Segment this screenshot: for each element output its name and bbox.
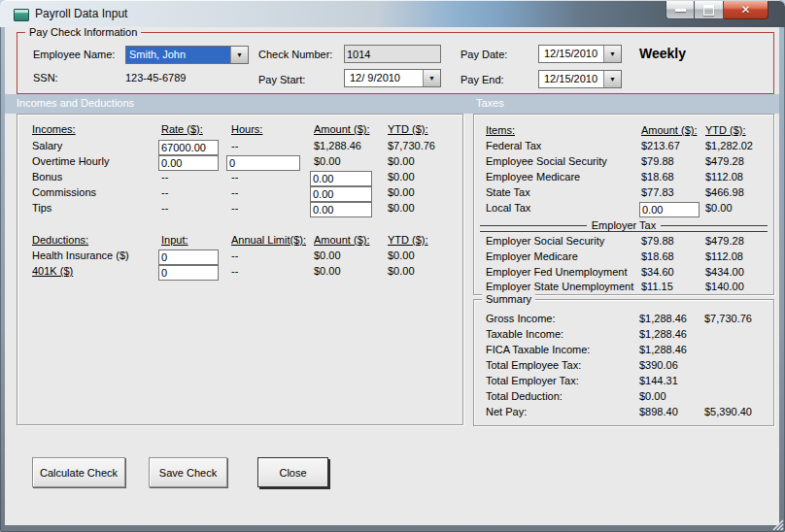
summary-value: $1,288.46 — [639, 344, 687, 355]
income-row-overtime: Overtime Hourly $0.00 $0.00 — [17, 155, 462, 171]
deduction-401k-link[interactable]: 401K ($) — [32, 265, 73, 277]
pay-start-label: Pay Start: — [258, 74, 305, 85]
summary-row-fica-taxable-income: FICA Taxable Income: $1,288.46 — [474, 344, 773, 359]
deduction-ytd: $0.00 — [388, 249, 415, 261]
tax-amount: $79.88 — [641, 235, 674, 247]
incomes-col-amount: Amount ($): — [314, 123, 369, 135]
employer-tax-divider: Employer Tax — [480, 219, 768, 231]
overtime-rate-input[interactable] — [158, 155, 219, 171]
deduction-row-401k: 401K ($) -- $0.00 $0.00 — [17, 265, 462, 281]
tax-amount: $79.88 — [641, 155, 674, 167]
tax-row-employer-medicare: Employer Medicare $18.68 $112.08 — [474, 250, 773, 266]
deductions-col-input: Input: — [161, 234, 188, 246]
tax-ytd: $0.00 — [705, 202, 733, 214]
tax-ytd: $479.28 — [705, 235, 744, 247]
close-form-button[interactable]: Close — [257, 457, 328, 487]
pay-date-dropdown-icon[interactable]: ▼ — [603, 46, 621, 62]
deduction-annual-limit: -- — [231, 265, 238, 277]
check-number-label: Check Number: — [258, 49, 332, 60]
pay-date-value: 12/15/2010 — [539, 46, 603, 62]
income-hours: -- — [231, 171, 238, 183]
income-hours: -- — [231, 186, 238, 198]
pay-end-dropdown-icon[interactable]: ▼ — [603, 71, 621, 87]
employee-name-combobox[interactable]: Smith, John ▼ — [125, 46, 249, 64]
income-ytd: $0.00 — [388, 155, 415, 167]
summary-label: Gross Income: — [486, 313, 556, 324]
summary-row-gross-income: Gross Income: $1,288.46 $7,730.76 — [474, 313, 773, 328]
summary-value: $1,288.46 — [639, 328, 687, 340]
summary-value: $144.31 — [639, 375, 678, 386]
employee-name-label: Employee Name: — [33, 49, 115, 60]
tax-row-employer-social-security: Employer Social Security $79.88 $479.28 — [474, 235, 773, 250]
income-hours: -- — [231, 202, 238, 214]
summary-label: Net Pay: — [486, 406, 527, 417]
pay-start-datepicker[interactable]: 12/ 9/2010 ▼ — [344, 69, 441, 87]
pay-end-datepicker[interactable]: 12/15/2010 ▼ — [538, 70, 622, 88]
employee-name-dropdown-icon[interactable]: ▼ — [230, 47, 248, 63]
tax-ytd: $479.28 — [705, 155, 744, 167]
title-bar: Payroll Data Input ✕ — [0, 0, 785, 27]
tax-label: Employee Medicare — [486, 171, 580, 183]
deduction-amount: $0.00 — [314, 249, 341, 261]
window-title: Payroll Data Input — [35, 7, 127, 20]
deductions-header-row: Deductions: Input: Annual Limit($): Amou… — [17, 234, 462, 249]
tips-amount-input[interactable] — [310, 202, 372, 217]
tax-label: Employer State Unemployment — [486, 281, 633, 292]
summary-value: $0.00 — [639, 390, 666, 402]
tax-label: Employer Fed Unemployment — [486, 266, 628, 278]
section-taxes: Taxes — [476, 97, 504, 109]
tax-label: Employer Social Security — [486, 235, 604, 247]
summary-label: Total Deduction: — [486, 390, 563, 402]
close-icon: ✕ — [740, 4, 750, 16]
health-insurance-input[interactable] — [158, 249, 219, 265]
taxes-col-item: Items: — [486, 124, 515, 136]
summary-row-total-deduction: Total Deduction: $0.00 — [474, 390, 773, 406]
check-number-input[interactable] — [344, 45, 441, 63]
tax-row-emp-social-security: Employee Social Security $79.88 $479.28 — [474, 155, 773, 171]
overtime-hours-input[interactable] — [226, 155, 300, 171]
summary-label: Taxable Income: — [486, 328, 563, 340]
salary-rate-input[interactable] — [158, 140, 219, 155]
tax-ytd: $1,282.02 — [705, 140, 753, 151]
close-button[interactable]: ✕ — [724, 1, 768, 19]
app-window: Payroll Data Input ✕ Pay Check Informati… — [0, 0, 785, 532]
maximize-button[interactable] — [695, 1, 724, 19]
pay-start-dropdown-icon[interactable]: ▼ — [423, 70, 440, 86]
pay-date-datepicker[interactable]: 12/15/2010 ▼ — [538, 45, 622, 63]
pay-date-label: Pay Date: — [461, 49, 507, 60]
paycheck-info-group: Pay Check Information Employee Name: Smi… — [17, 32, 774, 94]
ssn-value: 123-45-6789 — [125, 72, 186, 83]
taxes-header-row: Items: Amount ($): YTD ($): — [474, 124, 773, 140]
deductions-col-amount: Amount ($): — [314, 234, 369, 246]
pay-start-value: 12/ 9/2010 — [345, 70, 423, 86]
employer-tax-underline — [480, 231, 768, 232]
tax-label: Local Tax — [486, 202, 530, 214]
ssn-label: SSN: — [33, 72, 58, 83]
commissions-amount-input[interactable] — [310, 186, 372, 202]
save-check-button[interactable]: Save Check — [149, 457, 227, 487]
tax-label: Employee Social Security — [486, 155, 607, 167]
income-label: Commissions — [32, 186, 96, 198]
pay-end-label: Pay End: — [461, 74, 504, 85]
incomes-col-ytd: YTD ($): — [388, 123, 428, 135]
minimize-icon — [675, 9, 686, 12]
tax-label: Federal Tax — [486, 140, 541, 151]
deduction-annual-limit: -- — [231, 249, 238, 261]
tax-ytd: $434.00 — [705, 266, 744, 278]
bonus-amount-input[interactable] — [310, 171, 372, 186]
401k-input[interactable] — [158, 265, 219, 281]
minimize-button[interactable] — [666, 1, 695, 19]
local-tax-input[interactable] — [639, 202, 700, 217]
tax-row-federal: Federal Tax $213.67 $1,282.02 — [474, 140, 773, 155]
maximize-icon — [703, 5, 714, 16]
income-ytd: $0.00 — [388, 202, 415, 214]
resize-grip-icon[interactable] — [771, 518, 784, 531]
income-label: Bonus — [32, 171, 62, 183]
summary-row-total-employee-tax: Total Employee Tax: $390.06 — [474, 359, 773, 375]
calculate-check-button[interactable]: Calculate Check — [32, 457, 125, 487]
summary-value: $1,288.46 — [639, 313, 687, 324]
income-rate: -- — [161, 202, 168, 214]
summary-ytd: $7,730.76 — [704, 313, 752, 324]
income-rate: -- — [161, 171, 168, 183]
tax-label: State Tax — [486, 186, 530, 198]
